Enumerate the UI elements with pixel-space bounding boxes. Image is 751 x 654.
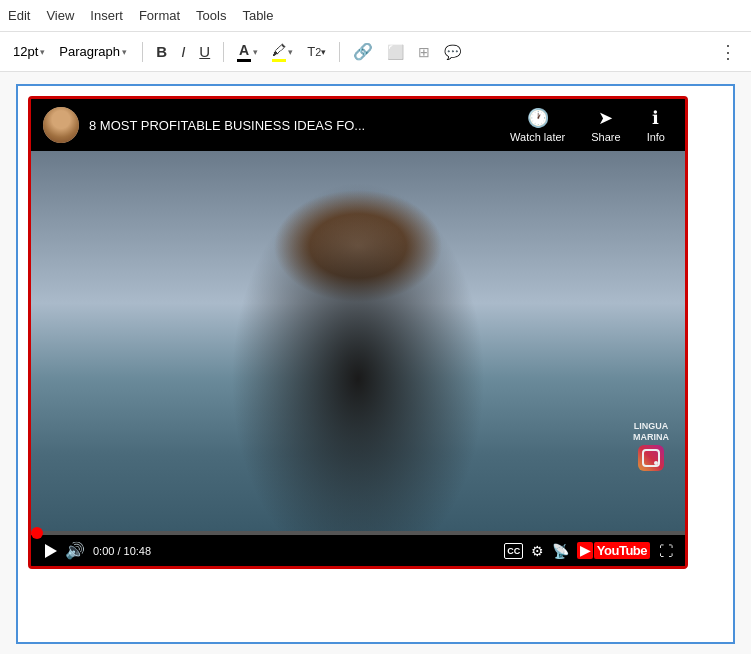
play-icon — [45, 544, 57, 558]
youtube-embed[interactable]: 8 MOST PROFITABLE BUSINESS IDEAS FO... 🕐… — [28, 96, 688, 569]
watch-later-label: Watch later — [510, 131, 565, 143]
info-label: Info — [647, 131, 665, 143]
settings-button[interactable]: ⚙ — [531, 543, 544, 559]
info-icon: ℹ — [652, 107, 659, 129]
toolbar: 12pt ▾ Paragraph ▾ B I U A ▾ 🖍 ▾ T2 ▾ 🔗 … — [0, 32, 751, 72]
font-color-indicator: A — [237, 42, 251, 62]
controls-right: CC ⚙ 📡 ▶YouTube ⛶ — [504, 543, 673, 559]
video-area[interactable]: LINGUA MARINA — [31, 151, 685, 531]
video-controls: 🔊 0:00 / 10:48 CC ⚙ 📡 ▶YouTube ⛶ — [31, 535, 685, 566]
progress-dot[interactable] — [31, 527, 43, 539]
share-icon: ➤ — [598, 107, 613, 129]
paragraph-value: Paragraph — [59, 44, 120, 59]
avatar-image — [43, 107, 79, 143]
image-button[interactable]: ⬜ — [382, 41, 409, 63]
menu-insert[interactable]: Insert — [90, 8, 123, 23]
cast-button[interactable]: 📡 — [552, 543, 569, 559]
font-size-chevron: ▾ — [40, 47, 45, 57]
separator-1 — [142, 42, 143, 62]
highlight-letter: 🖍 — [272, 42, 286, 58]
comment-button[interactable]: 💬 — [439, 41, 466, 63]
separator-3 — [339, 42, 340, 62]
volume-icon: 🔊 — [65, 541, 85, 560]
youtube-logo-text: YouTube — [594, 542, 650, 559]
cc-button[interactable]: CC — [504, 543, 523, 559]
menu-format[interactable]: Format — [139, 8, 180, 23]
fullscreen-button[interactable]: ⛶ — [659, 543, 673, 559]
watermark-text-1: LINGUA — [634, 421, 669, 432]
channel-watermark: LINGUA MARINA — [633, 421, 669, 471]
menu-view[interactable]: View — [46, 8, 74, 23]
paragraph-selector[interactable]: Paragraph ▾ — [54, 41, 134, 62]
font-color-bar — [237, 59, 251, 62]
youtube-topbar: 8 MOST PROFITABLE BUSINESS IDEAS FO... 🕐… — [31, 99, 685, 151]
share-label: Share — [591, 131, 620, 143]
font-color-letter: A — [239, 42, 249, 58]
more-options-button[interactable]: ⋮ — [713, 39, 743, 65]
paragraph-chevron: ▾ — [122, 47, 127, 57]
font-size-value: 12pt — [13, 44, 38, 59]
italic-button[interactable]: I — [176, 40, 190, 63]
instagram-icon[interactable] — [638, 445, 664, 471]
youtube-logo: ▶YouTube — [577, 543, 651, 558]
share-button[interactable]: ➤ Share — [583, 107, 628, 143]
table-insert-button[interactable]: ⊞ — [413, 41, 435, 63]
watermark-text-2: MARINA — [633, 432, 669, 443]
document-area: 8 MOST PROFITABLE BUSINESS IDEAS FO... 🕐… — [0, 72, 751, 654]
highlight-chevron: ▾ — [288, 47, 293, 57]
watch-later-button[interactable]: 🕐 Watch later — [502, 107, 573, 143]
highlight-button[interactable]: 🖍 ▾ — [267, 39, 298, 65]
underline-button[interactable]: U — [194, 40, 215, 63]
progress-bar[interactable] — [31, 531, 685, 535]
menu-tools[interactable]: Tools — [196, 8, 226, 23]
link-button[interactable]: 🔗 — [348, 39, 378, 64]
menu-table[interactable]: Table — [242, 8, 273, 23]
menu-edit[interactable]: Edit — [8, 8, 30, 23]
bold-button[interactable]: B — [151, 40, 172, 63]
video-time: 0:00 / 10:48 — [93, 545, 151, 557]
channel-avatar — [43, 107, 79, 143]
separator-2 — [223, 42, 224, 62]
youtube-logo-icon: ▶ — [577, 542, 593, 559]
highlight-bar — [272, 59, 286, 62]
superscript-button[interactable]: T2 ▾ — [302, 41, 331, 62]
font-color-button[interactable]: A ▾ — [232, 39, 263, 65]
watch-later-icon: 🕐 — [527, 107, 549, 129]
video-thumbnail — [31, 151, 685, 531]
volume-button[interactable]: 🔊 — [65, 541, 85, 560]
font-size-selector[interactable]: 12pt ▾ — [8, 41, 50, 62]
video-title: 8 MOST PROFITABLE BUSINESS IDEAS FO... — [89, 118, 492, 133]
highlight-indicator: 🖍 — [272, 42, 286, 62]
play-button[interactable] — [43, 544, 57, 558]
info-button[interactable]: ℹ Info — [639, 107, 673, 143]
menu-bar: Edit View Insert Format Tools Table — [0, 0, 751, 32]
document-content: 8 MOST PROFITABLE BUSINESS IDEAS FO... 🕐… — [16, 84, 735, 644]
font-color-chevron: ▾ — [253, 47, 258, 57]
